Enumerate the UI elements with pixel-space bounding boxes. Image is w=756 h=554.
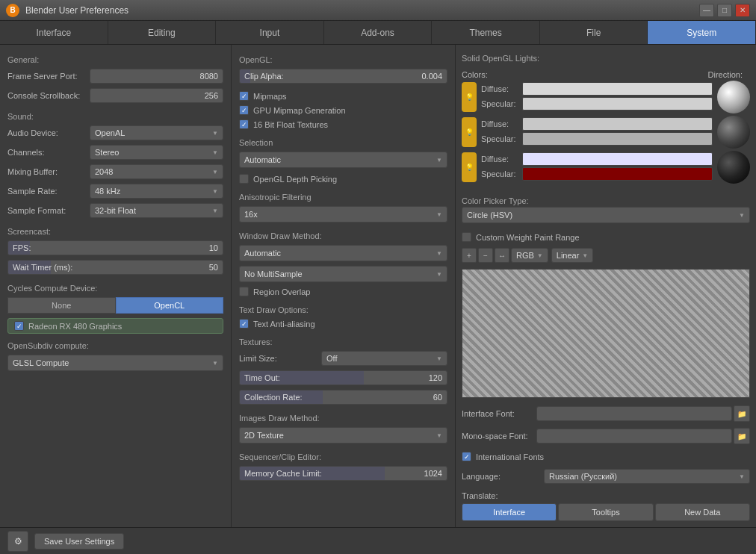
clip-alpha-slider[interactable]: Clip Alpha: 0.004 — [239, 69, 447, 84]
tab-interface[interactable]: Interface — [0, 21, 108, 44]
opengl-depth-picking-checkbox[interactable] — [239, 174, 249, 184]
images-draw-dropdown[interactable]: 2D Texture ▼ — [239, 427, 447, 443]
solid-opengl-lights-label: Solid OpenGL Lights: — [462, 54, 750, 63]
float-textures-checkbox[interactable] — [239, 119, 249, 129]
sample-format-label: Sample Format: — [7, 206, 90, 215]
opengl-section-label: OpenGL: — [239, 55, 447, 64]
sample-rate-dropdown[interactable]: 48 kHz▼ — [90, 184, 223, 199]
selection-section-label: Selection — [239, 138, 447, 147]
specular-3-color[interactable] — [522, 167, 713, 181]
color-gradient-bar — [462, 269, 750, 398]
opensubdiv-section-label: OpenSubdiv compute: — [7, 341, 223, 350]
maximize-button[interactable]: □ — [717, 4, 732, 17]
mixing-buffer-dropdown[interactable]: 2048▼ — [90, 164, 223, 179]
audio-device-dropdown[interactable]: OpenAL▼ — [90, 125, 223, 140]
language-label: Language: — [462, 472, 544, 481]
specular-1-color[interactable] — [522, 97, 713, 111]
cycles-section-label: Cycles Compute Device: — [7, 284, 223, 293]
tab-addons[interactable]: Add-ons — [324, 21, 433, 44]
cycles-opencl-button[interactable]: OpenCL — [116, 297, 224, 314]
tab-file[interactable]: File — [540, 21, 648, 44]
language-dropdown[interactable]: Russian (Русский) ▼ — [544, 469, 750, 484]
mipmaps-checkbox[interactable] — [239, 91, 249, 101]
color-picker-dropdown[interactable]: Circle (HSV) ▼ — [462, 207, 750, 223]
specular-2-color[interactable] — [522, 132, 713, 146]
linear-dropdown[interactable]: Linear ▼ — [551, 248, 594, 263]
international-fonts-checkbox[interactable] — [462, 452, 471, 461]
multisample-dropdown[interactable]: No MultiSample ▼ — [239, 266, 447, 282]
diffuse-2-color[interactable] — [522, 117, 713, 131]
timeout-slider[interactable]: Time Out: 120 — [239, 370, 447, 385]
translate-interface-button[interactable]: Interface — [462, 503, 557, 521]
diffuse-3-label: Diffuse: — [481, 155, 522, 164]
diffuse-3-color[interactable] — [522, 152, 713, 166]
channels-dropdown[interactable]: Stereo▼ — [90, 145, 223, 160]
swap-button[interactable]: ↔ — [495, 248, 509, 263]
screencast-section-label: Screencast: — [7, 227, 223, 236]
weight-paint-checkbox[interactable] — [462, 232, 471, 242]
settings-icon-button[interactable]: ⚙ — [7, 531, 28, 552]
app-icon: B — [6, 4, 19, 17]
memory-cache-slider[interactable]: Memory Cache Limit: 1024 — [239, 466, 447, 481]
tab-editing[interactable]: Editing — [108, 21, 217, 44]
close-button[interactable]: ✕ — [735, 4, 750, 17]
minimize-button[interactable]: — — [699, 4, 714, 17]
light-bulb-2: 💡 — [462, 117, 477, 147]
sphere-2 — [717, 116, 750, 149]
region-overlap-checkbox[interactable] — [239, 287, 249, 296]
remove-button[interactable]: − — [478, 248, 493, 263]
mono-font-browse-button[interactable]: 📁 — [734, 428, 750, 444]
specular-3-label: Specular: — [481, 169, 522, 178]
fps-slider[interactable]: FPS: 10 — [7, 240, 223, 255]
frame-server-port-label: Frame Server Port: — [7, 72, 90, 81]
sample-format-dropdown[interactable]: 32-bit Float▼ — [90, 203, 223, 218]
limit-size-dropdown[interactable]: Off ▼ — [321, 351, 447, 366]
sound-section-label: Sound: — [7, 112, 223, 121]
sequencer-section-label: Sequencer/Clip Editor: — [239, 452, 447, 461]
radeon-device-row: Radeon RX 480 Graphics — [7, 318, 223, 334]
interface-font-field[interactable] — [536, 406, 732, 421]
cycles-none-button[interactable]: None — [7, 297, 116, 314]
specular-1-label: Specular: — [481, 99, 522, 108]
window-draw-dropdown[interactable]: Automatic ▼ — [239, 245, 447, 261]
interface-font-browse-button[interactable]: 📁 — [734, 405, 750, 422]
images-draw-section-label: Images Draw Method: — [239, 414, 447, 423]
add-button[interactable]: + — [462, 248, 477, 263]
console-scrollback-field[interactable]: 256 — [90, 88, 223, 103]
channels-label: Channels: — [7, 148, 90, 157]
selection-dropdown[interactable]: Automatic ▼ — [239, 152, 447, 168]
tab-input[interactable]: Input — [216, 21, 324, 44]
sample-rate-label: Sample Rate: — [7, 187, 90, 196]
translate-new-data-button[interactable]: New Data — [655, 503, 750, 521]
translate-label: Translate: — [462, 491, 750, 500]
text-antialiasing-checkbox[interactable] — [239, 319, 249, 329]
opensubdiv-dropdown[interactable]: GLSL Compute ▼ — [7, 355, 223, 371]
tab-themes[interactable]: Themes — [432, 21, 540, 44]
rgb-dropdown[interactable]: RGB ▼ — [511, 248, 548, 263]
translate-tooltips-button[interactable]: Tooltips — [558, 503, 653, 521]
anisotropic-section-label: Anisotropic Filtering — [239, 193, 447, 202]
diffuse-1-label: Diffuse: — [481, 84, 522, 93]
light-bulb-3: 💡 — [462, 152, 477, 182]
collection-rate-slider[interactable]: Collection Rate: 60 — [239, 390, 447, 405]
wait-timer-slider[interactable]: Wait Timer (ms): 50 — [7, 260, 223, 275]
tab-system[interactable]: System — [648, 21, 756, 44]
anisotropic-dropdown[interactable]: 16x ▼ — [239, 206, 447, 222]
text-draw-section-label: Text Draw Options: — [239, 305, 447, 314]
general-section-label: General: — [7, 55, 223, 64]
window-title: Blender User Preferences — [25, 5, 699, 16]
direction-label: Direction: — [708, 70, 743, 79]
gpu-mipmap-checkbox[interactable] — [239, 105, 249, 115]
window-draw-section-label: Window Draw Method: — [239, 231, 447, 240]
console-scrollback-label: Console Scrollback: — [7, 91, 90, 100]
sphere-3 — [717, 151, 750, 184]
interface-font-label: Interface Font: — [462, 409, 536, 418]
diffuse-1-color[interactable] — [522, 82, 713, 96]
save-user-settings-button[interactable]: Save User Settings — [34, 533, 124, 550]
mono-font-field[interactable] — [536, 429, 732, 443]
frame-server-port-field[interactable]: 8080 — [90, 69, 223, 84]
colors-label: Colors: — [462, 70, 506, 79]
specular-2-label: Specular: — [481, 134, 522, 143]
radeon-checkbox[interactable] — [14, 321, 24, 331]
limit-size-label: Limit Size: — [239, 354, 321, 363]
